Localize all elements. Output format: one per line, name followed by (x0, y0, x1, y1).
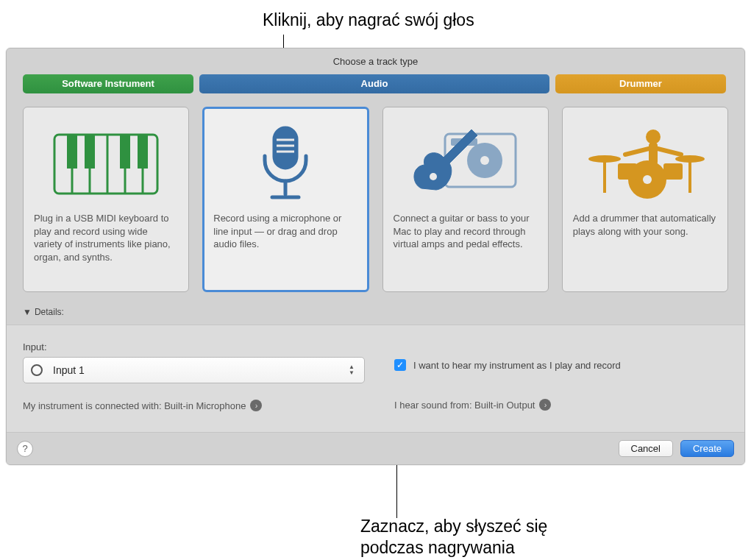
tab-audio[interactable]: Audio (199, 74, 549, 93)
callout-line2: podczas nagrywania (360, 538, 515, 557)
card-text: Add a drummer that automatically plays a… (573, 212, 717, 238)
input-dropdown[interactable]: Input 1 ▲▼ (23, 357, 365, 383)
connection-text: My instrument is connected with: Built-i… (23, 400, 246, 411)
svg-rect-30 (618, 163, 637, 180)
microphone-icon (213, 116, 357, 212)
panel-title: Choose a track type (7, 49, 744, 70)
tab-drummer[interactable]: Drummer (555, 74, 726, 93)
svg-point-21 (646, 130, 661, 144)
svg-rect-7 (85, 135, 95, 169)
disclosure-triangle-icon: ▼ (23, 307, 32, 317)
panel-footer: ? Cancel Create (7, 433, 744, 464)
card-text: Record using a microphone or line input … (213, 212, 357, 251)
monitor-checkbox-row[interactable]: ✓ I want to hear my instrument as I play… (394, 341, 728, 371)
chevron-right-icon: › (250, 400, 262, 411)
connection-info[interactable]: My instrument is connected with: Built-i… (23, 400, 365, 411)
svg-point-20 (430, 173, 437, 180)
callout-top-text: Kliknij, aby nagrać swój głos (263, 10, 474, 30)
card-text: Connect a guitar or bass to your Mac to … (394, 212, 538, 251)
dropdown-arrows-icon: ▲▼ (345, 362, 358, 378)
track-type-tabs: Software Instrument Audio Drummer (7, 70, 744, 95)
chevron-right-icon: › (539, 399, 551, 411)
svg-rect-8 (120, 135, 130, 169)
output-text: I hear sound from: Built-in Output (394, 400, 535, 411)
input-value: Input 1 (53, 364, 85, 376)
monitor-label: I want to hear my instrument as I play a… (413, 360, 621, 371)
callout-bottom-text: Zaznacz, aby słyszeć się podczas nagrywa… (360, 516, 547, 559)
svg-rect-31 (663, 163, 683, 180)
callout-line1: Zaznacz, aby słyszeć się (360, 517, 547, 536)
svg-point-18 (480, 156, 489, 165)
card-drummer[interactable]: Add a drummer that automatically plays a… (562, 107, 728, 292)
track-cards: Plug in a USB MIDI keyboard to play and … (7, 95, 744, 305)
tab-software-instrument[interactable]: Software Instrument (23, 74, 193, 93)
input-section: Input: Input 1 ▲▼ My instrument is conne… (23, 341, 365, 411)
help-button[interactable]: ? (17, 441, 33, 457)
card-software-instrument[interactable]: Plug in a USB MIDI keyboard to play and … (23, 107, 189, 292)
input-label: Input: (23, 341, 365, 352)
card-audio-guitar[interactable]: Connect a guitar or bass to your Mac to … (382, 107, 549, 292)
drummer-icon (573, 116, 717, 212)
monitor-checkbox[interactable]: ✓ (394, 359, 406, 371)
cancel-button[interactable]: Cancel (619, 440, 673, 457)
details-label: Details: (35, 307, 64, 317)
output-info[interactable]: I hear sound from: Built-in Output › (394, 399, 728, 411)
card-text: Plug in a USB MIDI keyboard to play and … (34, 212, 178, 263)
svg-line-24 (658, 149, 681, 155)
guitar-amp-icon (394, 116, 538, 212)
svg-rect-6 (67, 135, 77, 169)
svg-rect-10 (274, 128, 296, 168)
details-toggle[interactable]: ▼ Details: (7, 305, 744, 325)
svg-point-32 (643, 175, 652, 184)
create-button[interactable]: Create (680, 440, 734, 457)
new-track-panel: Choose a track type Software Instrument … (6, 48, 745, 465)
card-audio-mic[interactable]: Record using a microphone or line input … (202, 107, 369, 292)
svg-rect-9 (138, 135, 148, 169)
svg-line-23 (625, 149, 649, 155)
keyboard-icon (34, 116, 178, 212)
details-body: Input: Input 1 ▲▼ My instrument is conne… (7, 325, 744, 433)
monitor-section: ✓ I want to hear my instrument as I play… (394, 341, 728, 411)
input-channel-icon (31, 364, 43, 376)
